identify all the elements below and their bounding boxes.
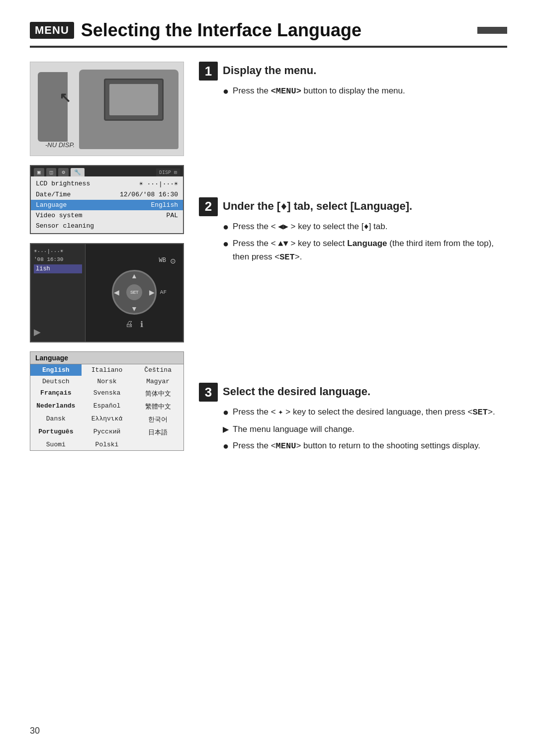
bullet-dot-3: ● [223,237,229,250]
step3-bullet3: ● Press the <MENU> button to return to t… [223,439,507,453]
step3: 3 Select the desired language. ● Press t… [199,383,507,457]
lcd-info-date: '08 16:30 [34,256,82,262]
step3-content: ● Press the < ✦ > key to select the desi… [199,406,507,457]
lang-cestina: Čeština [132,364,183,376]
step2-bullet1: ● Press the < ◀▶ > key to select the [♦]… [223,220,507,234]
lcd-right-panel: WB ⊙ ▲ ▼ ◀ ▶ SET AF 🖨 ℹ [86,244,183,341]
step3-bullet1: ● Press the < ✦ > key to select the desi… [223,406,507,419]
step2-bullet2: ● Press the < ▲▼ > key to select Languag… [223,237,507,263]
menu-tab-2: ◫ [46,168,57,176]
lang-nederlands: Nederlands [30,400,82,413]
menu-tab-1: ▣ [34,168,44,176]
lang-traditional-chinese: 繁體中文 [132,400,183,413]
lang-empty [132,439,183,450]
camera-grip [38,72,68,142]
step2-lcd-screen: ☀···|···☀ '08 16:30 lish ▶ WB ⊙ ▲ ▼ ◀ ▶ [30,243,184,342]
menu-button-arrow: ↖ [59,89,71,106]
step1-title: Display the menu. [223,62,316,78]
lang-polish: Polski [82,439,133,450]
step1-header: 1 Display the menu. [199,62,507,81]
menu-badge: MENU [30,22,74,39]
step2-menu-screen: ▣ ◫ ⚙ 🔧 DISP ⊞ LCD brightness ☀ ···|···☀… [30,165,184,234]
step3-bullet3-text: Press the <MENU> button to return to the… [233,439,480,453]
menu-row-sensor: Sensor cleaning [31,221,183,231]
lang-russian: Русский [82,426,133,439]
lang-portuguese: Português [30,426,82,439]
step1-content: ● Press the <MENU> button to display the… [199,84,507,102]
info-icon: ℹ [140,320,143,329]
step2-bullet1-text: Press the < ◀▶ > key to select the [♦] t… [233,220,387,234]
step1: 1 Display the menu. ● Press the <MENU> b… [199,62,507,102]
step2-header: 2 Under the [♦] tab, select [Language]. [199,197,507,216]
step3-bullet2-text: The menu language will change. [233,423,355,436]
arrow-icon-1: ▶ [223,423,229,435]
bullet-dot-5: ● [223,439,229,452]
lang-magyar: Magyar [132,376,183,387]
af-label: AF [160,289,167,295]
step3-language-grid-container: Language English Italiano Čeština Deutsc… [30,351,184,451]
lang-italiano: Italiano [82,364,133,376]
right-column: 1 Display the menu. ● Press the <MENU> b… [199,62,507,457]
lang-deutsch: Deutsch [30,376,82,387]
dpad-wrapper: ▲ ▼ ◀ ▶ SET AF [112,270,157,315]
lang-norsk: Norsk [82,376,133,387]
bullet-dot-4: ● [223,406,229,419]
lcd-highlight-lang: lish [34,264,82,273]
lang-espanol: Español [82,400,133,413]
menu-row-language: Language English [31,200,183,210]
dpad-left: ◀ [114,288,119,296]
dpad-right: ▶ [149,288,155,296]
page-title: Selecting the Interface Language [81,20,469,41]
lang-svenska: Svenska [82,387,133,400]
menu-row-video: Video system PAL [31,210,183,221]
lcd-left-panel: ☀···|···☀ '08 16:30 lish ▶ [31,244,86,341]
lang-korean: 한국어 [132,413,183,426]
menu-row-lcd: LCD brightness ☀ ···|···☀ [31,178,183,189]
bullet-dot-2: ● [223,220,229,233]
camera-viewfinder [104,79,164,121]
menu-tab-bar: ▣ ◫ ⚙ 🔧 DISP ⊞ [31,166,183,176]
step2: 2 Under the [♦] tab, select [Language]. … [199,197,507,268]
menu-disp-button: DISP ⊞ [156,168,180,176]
step2-bullet2-text: Press the < ▲▼ > key to select Language … [233,237,507,263]
step3-bullet1-text: Press the < ✦ > key to select the desire… [233,406,495,419]
camera-label: -NU DISP. [45,141,75,149]
lang-francais: Français [30,387,82,400]
dpad: ▲ ▼ ◀ ▶ SET [112,270,157,315]
lang-dansk: Dansk [30,413,82,426]
step1-bullet1-text: Press the <MENU> button to display the m… [233,84,405,98]
step2-number: 2 [199,197,218,216]
camera-inner-screen [109,84,158,115]
settings-icon: ⊙ [170,257,176,265]
step1-camera-illustration: ↖ -NU DISP. [30,62,184,156]
step2-title: Under the [♦] tab, select [Language]. [223,197,412,215]
menu-rows: LCD brightness ☀ ···|···☀ Date/Time 12/0… [31,176,183,233]
page-number: 30 [30,726,40,736]
left-column: ↖ -NU DISP. ▣ ◫ ⚙ 🔧 DISP ⊞ LCD brightnes… [30,62,184,457]
step2-content: ● Press the < ◀▶ > key to select the [♦]… [199,220,507,268]
lcd-top-icons: WB ⊙ [159,257,178,265]
step1-number: 1 [199,62,218,81]
step3-bullet2: ▶ The menu language will change. [223,423,507,436]
language-grid: English Italiano Čeština Deutsch Norsk M… [30,364,183,450]
lcd-play-icon: ▶ [34,327,82,337]
step3-header: 3 Select the desired language. [199,383,507,402]
bullet-dot-1: ● [223,84,229,97]
lang-english: English [30,364,82,376]
header-bar-decoration [477,27,507,34]
lang-japanese: 日本語 [132,426,183,439]
lcd-bottom-icons: 🖨 ℹ [125,320,143,329]
main-layout: ↖ -NU DISP. ▣ ◫ ⚙ 🔧 DISP ⊞ LCD brightnes… [30,62,507,457]
dpad-up: ▲ [131,272,138,280]
menu-tab-settings: 🔧 [71,168,85,176]
wb-label: WB [159,257,166,265]
menu-row-datetime: Date/Time 12/06/'08 16:30 [31,189,183,200]
lcd-info-brightness: ☀···|···☀ [34,248,82,254]
language-grid-header: Language [30,352,183,364]
lang-simplified-chinese: 简体中文 [132,387,183,400]
step3-title: Select the desired language. [223,383,370,399]
dpad-down: ▼ [131,305,138,313]
menu-tab-3: ⚙ [58,168,69,176]
dpad-set-button: SET [126,284,142,300]
camera-body [79,70,179,149]
